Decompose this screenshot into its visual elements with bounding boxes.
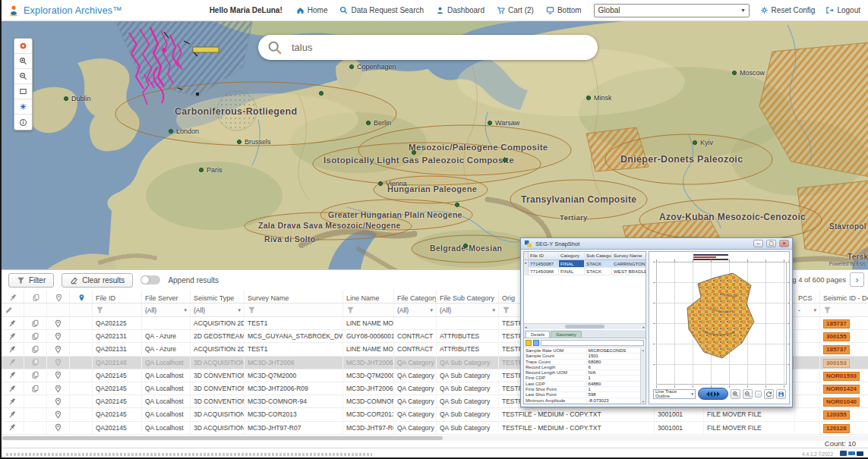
action-reset-config[interactable]: Reset Config (760, 6, 816, 14)
seismic-id-badge[interactable]: NOR01424 (823, 385, 860, 394)
column-header-file_sub_category[interactable]: File Sub Category (437, 290, 499, 303)
horizontal-scrollbar[interactable] (2, 435, 868, 441)
clear-results-button[interactable]: Clear results (62, 273, 133, 288)
cell-marker[interactable] (47, 382, 70, 395)
column-header-marker[interactable] (47, 290, 70, 303)
property-row[interactable]: Last Shot Point598 (524, 392, 640, 398)
property-row[interactable]: First CDP1 (524, 376, 640, 381)
append-results-toggle[interactable] (140, 275, 160, 285)
cell-copy[interactable] (24, 369, 47, 382)
filter-cell-pin[interactable] (2, 303, 24, 316)
filter-button[interactable]: Filter (8, 273, 54, 288)
cell-copy[interactable] (24, 343, 47, 355)
cell-marker[interactable] (47, 422, 70, 434)
city-dot-icon[interactable] (693, 140, 697, 145)
seismic-id-badge[interactable]: 120355 (823, 410, 850, 420)
snapshot-col-survey-name[interactable]: Survey Name (612, 252, 645, 259)
map-search-bar[interactable] (258, 35, 598, 60)
column-header-bluepin[interactable] (70, 290, 93, 303)
outline-select[interactable]: Line Trace Outline ▾ (653, 389, 696, 399)
property-row[interactable]: Sample Rate UOMMICROSECONDS (524, 348, 640, 354)
city-dot-icon[interactable] (378, 181, 383, 186)
filter-cell-file_id[interactable] (93, 303, 142, 316)
fast-forward-icon[interactable] (713, 390, 721, 398)
filter-all-select[interactable]: (All)▾ (194, 307, 241, 314)
snapshot-row[interactable]: 771450088FINALSTACKWEST BRADLEY 3D (524, 268, 645, 275)
cell-marker[interactable] (47, 317, 70, 329)
collapse-icon[interactable]: - (755, 391, 762, 398)
cell-copy[interactable] (24, 330, 47, 342)
grid-view-icon[interactable] (526, 340, 532, 346)
column-header-pin[interactable] (2, 290, 24, 303)
rectangle-select-tool[interactable] (14, 84, 32, 99)
seismic-id-badge[interactable]: 300155 (823, 332, 850, 341)
nav-item-dashboard[interactable]: Dashboard (436, 6, 485, 14)
nav-item-home[interactable]: Home (296, 6, 328, 14)
snapshot-col-category[interactable]: Category (559, 252, 585, 259)
cell-marker[interactable] (47, 357, 70, 369)
cell-pin[interactable] (2, 422, 24, 434)
region-select[interactable]: Global ▾ (594, 4, 750, 17)
tab-details[interactable]: Details (526, 331, 550, 338)
nav-item-cart-2[interactable]: Cart (2) (497, 6, 534, 14)
table-row[interactable]: QA202145QA Localhost3D ACQUISITIONMC3D-C… (2, 408, 868, 421)
city-dot-icon[interactable] (237, 140, 241, 144)
map-point-icon[interactable] (412, 150, 416, 155)
default-extent-tool[interactable] (14, 39, 32, 54)
filter-cell-file_category[interactable]: (All)▾ (394, 303, 437, 316)
property-vscrollbar[interactable]: ▴▾ (640, 348, 645, 404)
filter-cell-line_name[interactable] (343, 303, 394, 316)
dialog-titlebar[interactable]: SEG-Y SnapShot – ▢ × (521, 238, 792, 250)
cell-pin[interactable] (2, 330, 24, 342)
rewind-icon[interactable] (705, 390, 713, 398)
map-point-icon[interactable] (463, 244, 468, 248)
map-point-icon[interactable] (503, 158, 507, 162)
cell-pin[interactable] (2, 317, 24, 329)
city-dot-icon[interactable] (586, 96, 591, 100)
map-point-icon[interactable] (455, 203, 459, 207)
property-row[interactable]: Sample Count1501 (524, 354, 640, 359)
sort-icon[interactable] (533, 340, 539, 346)
column-header-file_category[interactable]: File Category (394, 290, 437, 303)
cell-pin[interactable] (2, 395, 24, 407)
map-point-icon[interactable] (319, 91, 324, 96)
property-row[interactable]: Record Length6 (524, 365, 640, 370)
cell-marker[interactable] (47, 343, 70, 355)
property-search-input[interactable] (541, 340, 644, 346)
cell-pin[interactable] (2, 343, 24, 355)
minimize-icon[interactable]: – (753, 240, 763, 247)
column-header-pcs[interactable]: PCS (795, 290, 820, 303)
property-row[interactable]: Last CDP64880 (524, 382, 640, 387)
snapshot-col-sub-category[interactable]: Sub Category (585, 252, 612, 259)
seismic-id-badge[interactable]: 300153 (823, 359, 850, 368)
column-header-file_server[interactable]: File Server (142, 290, 191, 303)
cell-pin[interactable] (2, 408, 24, 420)
filter-all-select[interactable]: (All)▾ (145, 307, 187, 314)
city-dot-icon[interactable] (349, 64, 354, 69)
zoom-in-preview-icon[interactable] (731, 389, 740, 399)
snapshot-row[interactable]: ▸771450087FINALSTACKCARRINGTON 3D (524, 260, 645, 268)
map-search-input[interactable] (290, 41, 589, 54)
filter-all-select[interactable]: (All)▾ (397, 307, 433, 314)
info-tool[interactable] (14, 115, 32, 130)
city-dot-icon[interactable] (199, 168, 204, 172)
seismic-id-badge[interactable]: NOR01040 (823, 398, 860, 407)
column-header-survey_name[interactable]: Survey Name (245, 290, 343, 303)
filter-all-select[interactable]: (All)▾ (440, 307, 495, 314)
column-header-seismic_type[interactable]: Seismic Type (191, 290, 245, 303)
zoom-out-preview-icon[interactable] (743, 389, 753, 399)
city-dot-icon[interactable] (366, 121, 371, 125)
column-header-line_name[interactable]: Line Name (343, 290, 394, 303)
app-logo[interactable]: Exploration Archives™ (8, 5, 122, 17)
filter-cell-file_server[interactable]: (All)▾ (142, 303, 191, 316)
filter-cell-file_sub_category[interactable]: (All)▾ (437, 303, 499, 316)
nav-item-bottom[interactable]: Bottom (546, 6, 582, 14)
cell-marker[interactable] (47, 395, 70, 407)
next-page-button[interactable]: › (850, 272, 864, 287)
city-dot-icon[interactable] (169, 129, 173, 134)
filter-empty-select[interactable]: -▾ (798, 307, 816, 314)
cell-pin[interactable] (2, 382, 24, 395)
cell-copy[interactable] (24, 382, 47, 395)
table-row[interactable]: QA202145QA Localhost3D ACQUISITIONMC3D-J… (2, 422, 868, 435)
cell-copy[interactable] (24, 357, 47, 369)
